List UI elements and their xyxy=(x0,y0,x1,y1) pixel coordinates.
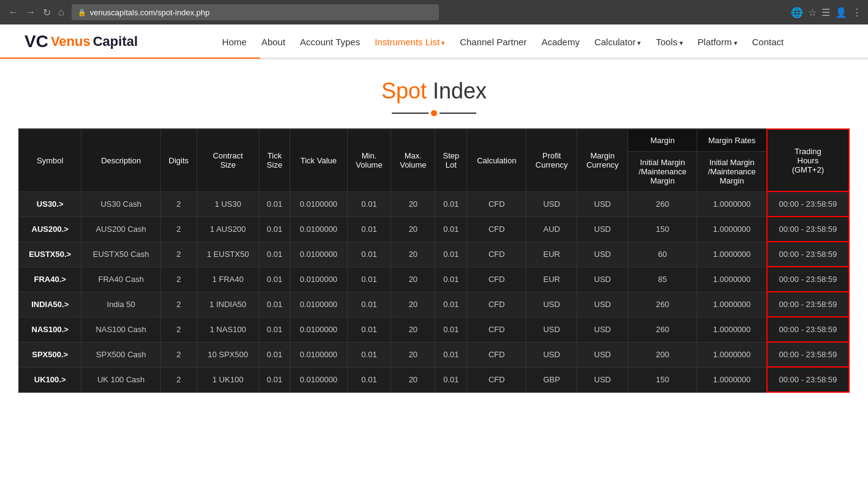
cell-margin-initial: 150 xyxy=(628,217,697,242)
cell-tick-value: 0.0100000 xyxy=(290,292,347,317)
lock-icon: 🔒 xyxy=(78,9,86,17)
cell-tick-value: 0.0100000 xyxy=(290,191,347,217)
table-row: UK100.>UK 100 Cash21 UK1000.010.01000000… xyxy=(19,367,850,392)
cell-trading-hours: 00:00 - 23:58:59 xyxy=(767,242,849,267)
cell-description: EUSTX50 Cash xyxy=(81,242,160,267)
nav-platform[interactable]: Platform xyxy=(698,37,738,47)
translate-button[interactable]: 🌐 xyxy=(791,7,803,18)
cell-description: UK 100 Cash xyxy=(81,367,160,392)
cell-digits: 2 xyxy=(160,191,196,217)
cell-max-volume: 20 xyxy=(391,367,435,392)
cell-digits: 2 xyxy=(160,317,196,342)
cell-description: India 50 xyxy=(81,292,160,317)
cell-min-volume: 0.01 xyxy=(347,191,391,217)
cell-margin-initial: 60 xyxy=(628,242,697,267)
nav-account-types[interactable]: Account Types xyxy=(300,37,360,47)
nav-channel-partner[interactable]: Channel Partner xyxy=(460,37,526,47)
bookmark-button[interactable]: ☆ xyxy=(808,7,817,18)
cell-contract-size: 1 INDIA50 xyxy=(196,292,259,317)
cell-symbol: SPX500.> xyxy=(19,342,81,367)
table-row: AUS200.>AUS200 Cash21 AUS2000.010.010000… xyxy=(19,217,850,242)
cell-margin-initial: 260 xyxy=(628,292,697,317)
cell-profit-currency: USD xyxy=(526,342,577,367)
cell-profit-currency: USD xyxy=(526,317,577,342)
cell-tick-size: 0.01 xyxy=(259,367,290,392)
cell-calculation: CFD xyxy=(467,317,526,342)
th-initial-margin: Initial Margin/MaintenanceMargin xyxy=(628,151,697,191)
cell-profit-currency: EUR xyxy=(526,267,577,292)
logo[interactable]: VC Venus Capital xyxy=(24,32,138,51)
cell-trading-hours: 00:00 - 23:58:59 xyxy=(767,292,849,317)
cell-symbol: FRA40.> xyxy=(19,267,81,292)
cell-profit-currency: USD xyxy=(526,191,577,217)
cell-max-volume: 20 xyxy=(391,217,435,242)
home-button[interactable]: ⌂ xyxy=(56,6,67,19)
cell-description: US30 Cash xyxy=(81,191,160,217)
table-row: FRA40.>FRA40 Cash21 FRA400.010.01000000.… xyxy=(19,267,850,292)
nav-home[interactable]: Home xyxy=(222,37,247,47)
extensions-button[interactable]: ☰ xyxy=(821,7,830,18)
cell-margin-rates-initial: 1.0000000 xyxy=(697,342,767,367)
table-row: NAS100.>NAS100 Cash21 NAS1000.010.010000… xyxy=(19,317,850,342)
table-row: INDIA50.>India 5021 INDIA500.010.0100000… xyxy=(19,292,850,317)
address-bar[interactable]: 🔒 venuscapitals.com/spot-index.php xyxy=(72,4,439,20)
cell-tick-value: 0.0100000 xyxy=(290,217,347,242)
logo-vc: VC xyxy=(24,32,48,51)
title-normal: Index xyxy=(427,78,487,103)
cell-symbol: US30.> xyxy=(19,191,81,217)
browser-chrome: ← → ↻ ⌂ 🔒 venuscapitals.com/spot-index.p… xyxy=(0,0,868,24)
nav-about[interactable]: About xyxy=(261,37,285,47)
cell-trading-hours: 00:00 - 23:58:59 xyxy=(767,367,849,392)
refresh-button[interactable]: ↻ xyxy=(40,6,53,20)
nav-academy[interactable]: Academy xyxy=(541,37,580,47)
cell-min-volume: 0.01 xyxy=(347,242,391,267)
cell-contract-size: 1 AUS200 xyxy=(196,217,259,242)
cell-min-volume: 0.01 xyxy=(347,217,391,242)
cell-margin-currency: USD xyxy=(577,242,628,267)
th-min-volume: Min.Volume xyxy=(347,129,391,191)
table-row: SPX500.>SPX500 Cash210 SPX5000.010.01000… xyxy=(19,342,850,367)
cell-max-volume: 20 xyxy=(391,267,435,292)
cell-margin-currency: USD xyxy=(577,267,628,292)
browser-nav-buttons: ← → ↻ ⌂ xyxy=(6,6,67,20)
cell-max-volume: 20 xyxy=(391,292,435,317)
nav-tools[interactable]: Tools xyxy=(656,37,683,47)
divider-dot xyxy=(431,110,437,116)
cell-profit-currency: EUR xyxy=(526,242,577,267)
nav-calculator[interactable]: Calculator xyxy=(594,37,642,47)
cell-digits: 2 xyxy=(160,267,196,292)
cell-margin-rates-initial: 1.0000000 xyxy=(697,217,767,242)
cell-tick-size: 0.01 xyxy=(259,242,290,267)
spot-index-table: Symbol Description Digits ContractSize T… xyxy=(18,128,850,393)
cell-margin-rates-initial: 1.0000000 xyxy=(697,292,767,317)
logo-capital: Capital xyxy=(93,34,138,50)
menu-button[interactable]: ⋮ xyxy=(852,7,862,18)
cell-max-volume: 20 xyxy=(391,317,435,342)
cell-margin-currency: USD xyxy=(577,191,628,217)
cell-tick-value: 0.0100000 xyxy=(290,242,347,267)
cell-digits: 2 xyxy=(160,367,196,392)
cell-description: NAS100 Cash xyxy=(81,317,160,342)
cell-min-volume: 0.01 xyxy=(347,342,391,367)
cell-digits: 2 xyxy=(160,342,196,367)
cell-margin-rates-initial: 1.0000000 xyxy=(697,191,767,217)
cell-digits: 2 xyxy=(160,242,196,267)
nav-contact[interactable]: Contact xyxy=(752,37,784,47)
nav-instruments-list[interactable]: Instruments List xyxy=(375,37,445,47)
url-display: venuscapitals.com/spot-index.php xyxy=(90,8,210,17)
th-symbol: Symbol xyxy=(19,129,81,191)
cell-calculation: CFD xyxy=(467,292,526,317)
cell-trading-hours: 00:00 - 23:58:59 xyxy=(767,217,849,242)
back-button[interactable]: ← xyxy=(6,6,21,19)
profile-button[interactable]: 👤 xyxy=(835,7,847,18)
cell-margin-currency: USD xyxy=(577,292,628,317)
cell-margin-rates-initial: 1.0000000 xyxy=(697,367,767,392)
title-highlight: Spot xyxy=(381,78,427,103)
cell-tick-size: 0.01 xyxy=(259,342,290,367)
cell-profit-currency: AUD xyxy=(526,217,577,242)
forward-button[interactable]: → xyxy=(23,6,38,19)
cell-description: FRA40 Cash xyxy=(81,267,160,292)
cell-digits: 2 xyxy=(160,292,196,317)
th-calculation: Calculation xyxy=(467,129,526,191)
cell-description: AUS200 Cash xyxy=(81,217,160,242)
